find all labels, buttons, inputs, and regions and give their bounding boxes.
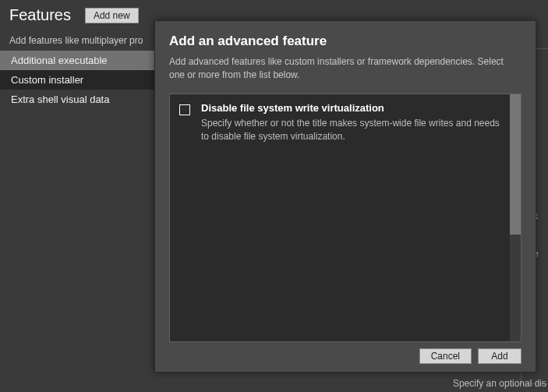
feature-list-item[interactable]: Extra shell visual data xyxy=(0,90,160,109)
features-title: Features xyxy=(9,6,71,24)
add-button[interactable]: Add xyxy=(478,348,521,364)
feature-list-item[interactable]: Custom installer xyxy=(0,70,160,90)
checkbox[interactable] xyxy=(179,104,190,115)
right-partial-footer: Specify an optional dis xyxy=(453,378,546,389)
feature-options-list: ✓Additional executableSpecify an additio… xyxy=(169,94,521,342)
feature-option-desc: Specify whether or not the title makes s… xyxy=(201,117,500,144)
dialog-footer: Cancel Add xyxy=(169,348,521,364)
scrollbar-track[interactable] xyxy=(510,94,521,341)
feature-list: Additional executableCustom installerExt… xyxy=(0,51,160,109)
dialog-subtitle: Add advanced features like custom instal… xyxy=(169,55,521,83)
cancel-button[interactable]: Cancel xyxy=(419,348,472,364)
add-advanced-feature-dialog: Add an advanced feature Add advanced fea… xyxy=(154,20,536,373)
feature-option-row[interactable]: Disable file system write virtualization… xyxy=(170,94,510,341)
feature-list-item[interactable]: Additional executable xyxy=(0,51,160,70)
scrollbar-thumb[interactable] xyxy=(510,94,521,235)
feature-option-title: Disable file system write virtualization xyxy=(201,102,500,114)
dialog-title: Add an advanced feature xyxy=(169,34,521,49)
add-new-button[interactable]: Add new xyxy=(85,8,139,23)
